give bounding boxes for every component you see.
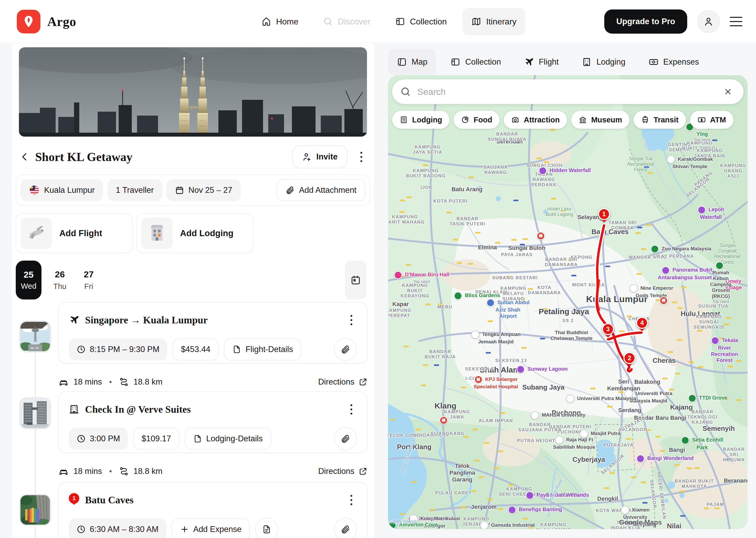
paperclip-icon <box>341 345 351 354</box>
itinerary-card-attraction[interactable]: 1 Batu Caves 6:30 AM – 8:30 AM Add Expen… <box>58 482 367 538</box>
attach-button[interactable] <box>334 338 357 361</box>
trip-title: Short KL Getaway <box>35 150 132 164</box>
nav-label: Discover <box>338 17 370 27</box>
add-flight-button[interactable]: Add Flight <box>16 213 133 253</box>
route-stops: 1234 <box>388 75 748 529</box>
home-icon <box>261 17 271 27</box>
main-nav: Home Discover Collection Itinerary <box>253 0 526 43</box>
lodging-details-button[interactable]: Lodging-Details <box>185 428 271 450</box>
calendar-picker-button[interactable] <box>345 261 366 299</box>
tab-map[interactable]: Map <box>388 49 436 75</box>
directions-link[interactable]: Directions <box>318 377 367 387</box>
map-icon <box>397 57 407 67</box>
tab-collection[interactable]: Collection <box>442 49 510 75</box>
day-tab-26[interactable]: 26Thu <box>47 261 73 299</box>
filter-museum[interactable]: Museum <box>571 111 630 129</box>
card-menu-button[interactable] <box>346 492 357 508</box>
brand-name: Argo <box>47 14 76 29</box>
collection-icon <box>450 57 460 67</box>
map-filter-chips: Lodging Food Attraction Museum Transit A… <box>392 111 733 129</box>
filter-attraction[interactable]: Attraction <box>504 111 567 129</box>
clock-icon <box>77 525 86 534</box>
travellers-tag[interactable]: 1 Traveller <box>107 179 162 201</box>
tab-lodging[interactable]: Lodging <box>573 49 634 75</box>
price-chip: $109.17 <box>133 428 179 450</box>
plane-icon <box>69 315 79 325</box>
building-3d-icon <box>141 218 173 249</box>
nav-item-itinerary[interactable]: Itinerary <box>462 8 526 35</box>
invite-button[interactable]: Invite <box>292 145 348 168</box>
route-stop-marker[interactable]: 3 <box>602 323 614 340</box>
search-icon <box>323 17 333 27</box>
day-tab-25[interactable]: 25Wed <box>16 261 41 299</box>
tab-flight[interactable]: Flight <box>515 49 568 75</box>
close-icon <box>724 87 732 96</box>
brand-logo[interactable]: Argo <box>17 10 76 33</box>
quick-add-row: Add Flight Add Lodging <box>16 213 254 253</box>
nav-right: Upgrade to Pro <box>604 0 742 43</box>
museum-icon <box>579 116 587 124</box>
day-selector: 25Wed 26Thu 27Fri <box>16 261 370 299</box>
lodging-icon <box>69 404 79 414</box>
attach-button[interactable] <box>334 427 357 450</box>
person-icon <box>703 16 714 27</box>
paperclip-icon <box>285 186 295 195</box>
stop-pin-icon: 1 <box>69 493 79 507</box>
card-menu-button[interactable] <box>346 311 357 328</box>
map-attribution: Google Maps <box>619 518 662 526</box>
trip-meta-bar: Kuala Lumpur 1 Traveller Nov 25 – 27 Add… <box>16 175 370 206</box>
nav-item-discover[interactable]: Discover <box>314 8 379 35</box>
filter-food[interactable]: Food <box>453 111 499 129</box>
menu-button[interactable] <box>730 17 742 26</box>
add-expense-button[interactable]: Add Expense <box>172 518 250 538</box>
flight-details-button[interactable]: Flight-Details <box>224 338 301 360</box>
nav-label: Home <box>276 17 299 27</box>
dates-tag[interactable]: Nov 25 – 27 <box>166 179 241 201</box>
external-link-icon <box>358 467 367 476</box>
location-tag[interactable]: Kuala Lumpur <box>21 179 103 201</box>
nav-label: Collection <box>410 17 447 27</box>
flight-thumbnail <box>19 320 51 352</box>
add-lodging-button[interactable]: Add Lodging <box>136 213 254 253</box>
lodging-icon <box>400 116 408 124</box>
day-tab-27[interactable]: 27Fri <box>75 261 102 299</box>
trip-title-row: Short KL Getaway Invite <box>19 145 367 169</box>
nav-item-collection[interactable]: Collection <box>386 8 456 35</box>
itinerary-card-lodging[interactable]: Check In @ Verve Suites 3:00 PM $109.17 … <box>58 392 367 453</box>
route-stop-marker[interactable]: 4 <box>636 317 648 333</box>
map-panel-tabs: Map Collection Flight Lodging Expenses <box>388 49 708 75</box>
lodging-thumbnail <box>19 397 51 429</box>
external-link-icon <box>358 377 367 386</box>
atm-card-icon <box>697 116 706 124</box>
plus-icon <box>180 525 189 534</box>
argo-logo-icon <box>17 10 40 33</box>
directions-link[interactable]: Directions <box>318 466 367 476</box>
route-stop-marker[interactable]: 2 <box>624 352 636 368</box>
filter-transit[interactable]: Transit <box>634 111 686 129</box>
tab-expenses[interactable]: Expenses <box>640 49 708 75</box>
collection-icon <box>395 17 405 27</box>
search-input[interactable] <box>417 87 720 97</box>
nav-item-home[interactable]: Home <box>253 8 307 35</box>
itinerary-card-flight[interactable]: Singapore → Kuala Lumpur 8:15 PM – 9:30 … <box>58 302 367 363</box>
trip-menu-button[interactable] <box>355 148 367 165</box>
attach-button[interactable] <box>334 518 357 538</box>
route-stop-marker[interactable]: 1 <box>598 208 610 224</box>
route-icon <box>119 466 129 476</box>
close-search-button[interactable] <box>720 84 735 99</box>
upgrade-to-pro-button[interactable]: Upgrade to Pro <box>604 10 687 34</box>
back-button[interactable] <box>19 151 30 163</box>
clock-icon <box>77 434 86 443</box>
add-attachment-button[interactable]: Add Attachment <box>276 179 365 201</box>
profile-avatar[interactable] <box>697 10 720 33</box>
card-menu-button[interactable] <box>346 401 357 418</box>
calendar-icon <box>350 275 361 286</box>
filter-atm[interactable]: ATM <box>690 111 733 129</box>
map-view[interactable]: Kuala LumpurPetaling JayaShah AlamKlangS… <box>388 75 748 529</box>
notes-button[interactable] <box>255 518 278 538</box>
map-search-bar <box>392 79 743 104</box>
card-title: Singapore → Kuala Lumpur <box>85 314 208 326</box>
filter-lodging[interactable]: Lodging <box>392 111 449 129</box>
paperclip-icon <box>341 434 351 444</box>
trip-cover-photo <box>19 47 367 136</box>
